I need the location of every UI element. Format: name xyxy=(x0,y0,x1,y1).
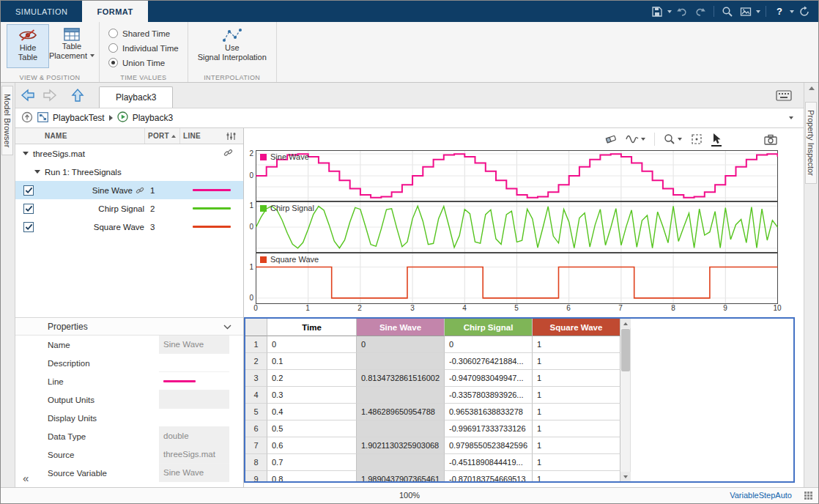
subplot-square-wave[interactable]: Square Wave10 xyxy=(244,253,790,303)
radio-circle-icon[interactable] xyxy=(108,29,118,38)
breadcrumb-item-model[interactable]: PlaybackTest xyxy=(53,113,105,123)
property-value-cell[interactable] xyxy=(159,390,229,409)
plot-canvas[interactable] xyxy=(256,150,778,201)
solver-name[interactable]: VariableStepAuto xyxy=(730,491,792,500)
cell-sine-wave: 0 xyxy=(357,336,445,353)
capture-button[interactable] xyxy=(738,4,754,20)
properties-header[interactable]: Properties xyxy=(15,318,243,336)
subplot-sine-wave[interactable]: Sine Wave20 xyxy=(244,150,790,201)
signal-cursor-button[interactable] xyxy=(626,134,645,144)
property-rows: Name Sine Wave Description Line Output U… xyxy=(15,336,243,482)
expander-icon[interactable] xyxy=(34,170,40,174)
model-browser-tab[interactable]: Model Browser xyxy=(1,86,13,155)
help-icon: ? xyxy=(777,6,782,17)
chevron-down-icon[interactable] xyxy=(223,322,231,332)
scroll-down-button[interactable] xyxy=(620,472,631,481)
radio-label: Shared Time xyxy=(122,29,170,38)
table-scrollbar[interactable] xyxy=(620,319,631,481)
cell-time: 0.8 xyxy=(267,471,357,483)
sync-button[interactable] xyxy=(796,4,812,20)
fit-to-view-button[interactable] xyxy=(691,133,703,145)
help-caret-icon[interactable] xyxy=(790,10,794,13)
run-node-row[interactable]: Run 1: ThreeSignals xyxy=(15,163,243,181)
signal-row-square-wave[interactable]: Square Wave 3 xyxy=(15,218,243,236)
scrollbar-thumb[interactable] xyxy=(621,329,630,371)
property-value-cell[interactable]: double xyxy=(159,427,229,445)
column-header-line[interactable]: LINE xyxy=(179,128,223,144)
subplot-chirp-signal[interactable]: Chirp Signal10 xyxy=(244,201,790,252)
zoom-button[interactable] xyxy=(664,133,682,145)
property-value-cell[interactable]: Sine Wave xyxy=(159,336,229,354)
capture-caret-icon[interactable] xyxy=(756,10,760,13)
save-button[interactable] xyxy=(649,4,665,20)
column-header-square-wave[interactable]: Square Wave xyxy=(533,319,620,336)
undo-button[interactable] xyxy=(674,4,690,20)
radio-shared-time[interactable]: Shared Time xyxy=(108,29,179,38)
search-button[interactable] xyxy=(719,4,735,20)
zoom-caret-icon[interactable] xyxy=(678,138,682,141)
expander-icon[interactable] xyxy=(23,152,29,155)
column-settings-button[interactable] xyxy=(223,128,244,144)
breadcrumb-dropdown-icon[interactable] xyxy=(789,116,793,119)
signal-data-table[interactable]: TimeSine WaveChirp SignalSquare Wave 1 0… xyxy=(244,317,795,483)
scroll-up-button[interactable] xyxy=(620,319,631,328)
legend-swatch xyxy=(260,154,267,160)
arrow-up-icon xyxy=(70,87,86,103)
collapse-ribbon-icon[interactable] xyxy=(809,86,815,90)
collapse-panel-button[interactable]: « xyxy=(23,472,29,484)
signal-name: Square Wave xyxy=(94,223,144,231)
wave-caret-icon[interactable] xyxy=(641,138,645,141)
signal-checkbox[interactable] xyxy=(23,204,34,214)
redo-button[interactable] xyxy=(692,4,708,20)
save-caret-icon[interactable] xyxy=(667,10,672,13)
forward-button[interactable] xyxy=(40,86,59,105)
signal-line-swatch[interactable] xyxy=(193,189,231,191)
property-value-cell[interactable]: Sine Wave xyxy=(159,464,229,482)
property-value-cell[interactable] xyxy=(159,354,229,372)
property-value-cell[interactable] xyxy=(159,409,229,427)
file-node-row[interactable]: threeSigs.mat xyxy=(15,144,243,163)
column-header-sine-wave[interactable]: Sine Wave xyxy=(357,319,445,336)
radio-circle-icon[interactable] xyxy=(108,43,118,53)
cell-time: 0.6 xyxy=(267,437,357,454)
signal-row-chirp-signal[interactable]: Chirp Signal 2 xyxy=(15,199,243,218)
property-value-cell[interactable]: threeSigs.mat xyxy=(159,445,229,464)
legend-label: Chirp Signal xyxy=(270,204,314,212)
step-out-button[interactable] xyxy=(21,111,33,125)
signal-checkbox[interactable] xyxy=(23,222,34,232)
signal-line-swatch[interactable] xyxy=(193,207,231,210)
column-header-port[interactable]: PORT xyxy=(144,128,179,144)
property-inspector-tab[interactable]: Property Inspector xyxy=(805,102,817,184)
hide-table-button[interactable]: Hide Table xyxy=(7,24,49,68)
line-style-swatch[interactable] xyxy=(163,380,196,382)
x-tick-label: 9 xyxy=(720,304,730,312)
toolstrip-tab-format[interactable]: FORMAT xyxy=(82,1,147,22)
column-header-time[interactable]: Time xyxy=(267,319,357,336)
signal-line-swatch[interactable] xyxy=(193,226,231,228)
help-button[interactable]: ? xyxy=(771,4,788,20)
plot-canvas[interactable] xyxy=(256,253,778,304)
document-tab-playback3[interactable]: Playback3 xyxy=(99,86,173,108)
toolstrip-tab-simulation[interactable]: SIMULATION xyxy=(1,1,82,22)
column-header-chirp-signal[interactable]: Chirp Signal xyxy=(445,319,533,336)
breadcrumb-item-block[interactable]: Playback3 xyxy=(133,113,173,123)
keyboard-shortcuts-button[interactable] xyxy=(774,86,793,105)
back-button[interactable] xyxy=(18,86,37,105)
table-placement-button[interactable]: Table Placement xyxy=(51,24,93,68)
radio-circle-icon[interactable] xyxy=(108,58,118,67)
radio-individual-time[interactable]: Individual Time xyxy=(108,43,179,53)
radio-union-time[interactable]: Union Time xyxy=(108,58,179,67)
signal-tree: threeSigs.mat Run 1: ThreeSignals Sine W… xyxy=(15,144,243,236)
quick-access-toolbar: ? xyxy=(649,1,818,22)
property-value-cell[interactable] xyxy=(159,372,229,390)
pointer-button[interactable] xyxy=(711,133,722,147)
column-header-name[interactable]: NAME xyxy=(42,128,144,144)
signal-checkbox[interactable] xyxy=(23,185,34,196)
plot-canvas[interactable] xyxy=(256,201,778,253)
application-window: SIMULATIONFORMAT ? Hide xyxy=(0,0,819,504)
signal-row-sine-wave[interactable]: Sine Wave 1 xyxy=(15,181,243,199)
up-button[interactable] xyxy=(68,86,87,105)
erase-button[interactable] xyxy=(605,134,617,144)
use-signal-interpolation-button[interactable]: Use Signal Interpolation xyxy=(194,24,270,68)
snapshot-button[interactable] xyxy=(764,134,777,145)
